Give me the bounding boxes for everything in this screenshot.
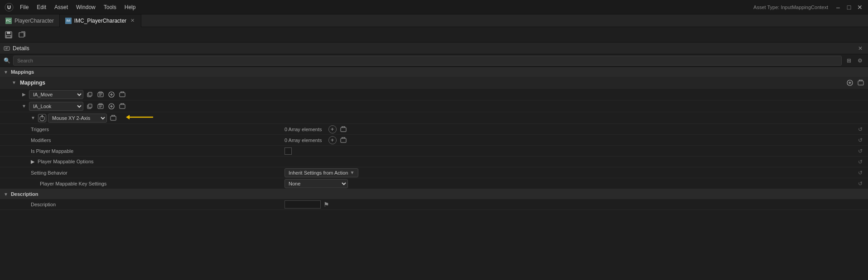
maximize-button[interactable]: □ xyxy=(844,3,854,12)
menu-file[interactable]: File xyxy=(16,3,32,11)
triggers-label: Triggers xyxy=(4,127,285,132)
player-mappable-options-expand[interactable]: ▶ xyxy=(31,159,34,164)
player-mappable-key-settings-row: Player Mappable Key Settings None ↺ xyxy=(0,178,868,189)
section-header-description[interactable]: ▼ Description xyxy=(0,189,868,199)
ia-look-expand-button[interactable]: ▼ xyxy=(21,103,27,109)
ia-move-copy-icon[interactable] xyxy=(85,90,94,99)
ia-move-row: ▶ IA_Move xyxy=(0,89,868,100)
mappings-delete-button[interactable] xyxy=(856,78,865,87)
triggers-array-info: 0 Array elements xyxy=(285,127,322,132)
player-mappable-key-settings-select[interactable]: None xyxy=(285,179,348,188)
menu-edit[interactable]: Edit xyxy=(33,3,50,11)
search-icon: 🔍 xyxy=(4,57,10,64)
browse-button[interactable] xyxy=(16,29,28,41)
modifiers-delete-button[interactable] xyxy=(339,136,347,144)
mouse-axis-select[interactable]: Mouse XY 2-Axis xyxy=(48,114,107,123)
ia-look-copy-icon[interactable] xyxy=(85,102,94,111)
flag-icon[interactable]: ⚑ xyxy=(323,201,329,208)
svg-rect-12 xyxy=(858,81,863,85)
ia-look-add-button[interactable] xyxy=(107,102,116,111)
triggers-add-button[interactable]: + xyxy=(328,125,337,133)
setting-behavior-reset-button[interactable]: ↺ xyxy=(856,169,864,177)
ia-move-paste-icon[interactable] xyxy=(96,90,105,99)
mappings-sub-chevron-icon: ▼ xyxy=(12,80,16,85)
ia-look-paste-icon[interactable] xyxy=(96,102,105,111)
svg-rect-30 xyxy=(88,104,92,108)
svg-marker-49 xyxy=(126,115,130,119)
ia-look-select[interactable]: IA_Look xyxy=(29,102,83,111)
setting-behavior-chevron-icon: ▼ xyxy=(350,170,354,175)
svg-rect-50 xyxy=(341,128,346,132)
details-icon xyxy=(4,45,10,52)
tab-close-button[interactable]: ✕ xyxy=(129,18,135,24)
mouse-axis-expand-button[interactable]: ▼ xyxy=(30,115,36,121)
minimize-button[interactable]: – xyxy=(834,3,843,12)
triggers-value: 0 Array elements + xyxy=(285,125,856,133)
svg-rect-54 xyxy=(341,138,346,142)
is-player-mappable-label: Is Player Mappable xyxy=(4,148,285,154)
menu-help[interactable]: Help xyxy=(121,3,140,11)
modifiers-row: Modifiers 0 Array elements + ↺ xyxy=(0,135,868,146)
panel-header: Details ✕ xyxy=(0,43,868,54)
svg-rect-4 xyxy=(6,35,11,38)
svg-text:U: U xyxy=(7,5,11,10)
mappings-chevron-icon: ▼ xyxy=(4,70,8,75)
svg-rect-3 xyxy=(7,32,10,34)
ia-move-select[interactable]: IA_Move xyxy=(29,90,83,99)
content-area[interactable]: ▼ Mappings ▼ Mappings xyxy=(0,67,868,280)
ia-move-add-button[interactable] xyxy=(107,90,116,99)
mappings-add-button[interactable] xyxy=(845,78,854,87)
title-bar-right: Asset Type: InputMappingContext – □ ✕ xyxy=(753,3,864,12)
menu-tools[interactable]: Tools xyxy=(100,3,120,11)
panel-controls: ✕ xyxy=(856,44,864,52)
tab-imc-playercharacter[interactable]: IM IMC_PlayerCharacter ✕ xyxy=(60,14,141,27)
settings-button[interactable]: ⚙ xyxy=(855,56,864,65)
section-header-mappings[interactable]: ▼ Mappings xyxy=(0,67,868,77)
mappings-subsection-row: ▼ Mappings xyxy=(0,77,868,89)
description-label: Description xyxy=(4,202,285,207)
playercharacter-tab-icon: PC xyxy=(5,18,12,24)
is-player-mappable-reset-button[interactable]: ↺ xyxy=(856,147,864,155)
menu-asset[interactable]: Asset xyxy=(51,3,72,11)
svg-rect-17 xyxy=(88,92,92,96)
modifiers-reset-button[interactable]: ↺ xyxy=(856,136,864,144)
player-mappable-options-reset-button[interactable]: ↺ xyxy=(856,158,864,166)
search-input[interactable] xyxy=(13,56,842,66)
panel-title: Details xyxy=(4,45,29,52)
setting-behavior-label: Setting Behavior xyxy=(4,170,285,176)
mouse-icon xyxy=(38,114,46,122)
triggers-reset-button[interactable]: ↺ xyxy=(856,125,864,133)
is-player-mappable-row: Is Player Mappable ↺ xyxy=(0,146,868,157)
tab-playercharacter[interactable]: PC PlayerCharacter xyxy=(0,14,60,27)
section-description-label: Description xyxy=(11,191,39,197)
triggers-row: Triggers 0 Array elements + ↺ xyxy=(0,124,868,135)
player-mappable-key-settings-value: None xyxy=(285,179,856,188)
menu-window[interactable]: Window xyxy=(72,3,99,11)
is-player-mappable-checkbox[interactable] xyxy=(285,147,292,155)
triggers-delete-button[interactable] xyxy=(339,125,347,133)
panel-close-button[interactable]: ✕ xyxy=(856,44,864,52)
is-player-mappable-value xyxy=(285,147,856,155)
ia-move-expand-button[interactable]: ▶ xyxy=(21,91,27,98)
modifiers-add-button[interactable]: + xyxy=(328,136,337,144)
setting-behavior-row: Setting Behavior Inherit Settings from A… xyxy=(0,167,868,178)
svg-rect-38 xyxy=(120,104,125,109)
setting-behavior-text: Inherit Settings from Action xyxy=(289,170,348,176)
description-field[interactable] xyxy=(285,200,321,209)
player-mappable-options-row: ▶ Player Mappable Options ↺ xyxy=(0,157,868,167)
menu-bar: File Edit Asset Window Tools Help xyxy=(16,3,139,11)
description-value: ⚑ xyxy=(285,200,864,209)
player-mappable-key-settings-reset-button[interactable]: ↺ xyxy=(856,180,864,188)
svg-point-44 xyxy=(42,115,43,116)
table-view-button[interactable]: ⊞ xyxy=(844,56,854,65)
mouse-axis-delete-button[interactable] xyxy=(109,114,118,123)
ia-look-delete-button[interactable] xyxy=(118,102,127,111)
setting-behavior-dropdown[interactable]: Inherit Settings from Action ▼ xyxy=(285,168,358,177)
search-bar: 🔍 ⊞ ⚙ xyxy=(0,54,868,67)
imc-tab-icon: IM xyxy=(65,18,72,24)
save-button[interactable] xyxy=(3,29,14,41)
main-layout: Details ✕ 🔍 ⊞ ⚙ ▼ Mappings xyxy=(0,43,868,280)
search-bar-right: ⊞ ⚙ xyxy=(844,56,864,65)
ia-move-delete-button[interactable] xyxy=(118,90,127,99)
close-button[interactable]: ✕ xyxy=(855,3,864,12)
